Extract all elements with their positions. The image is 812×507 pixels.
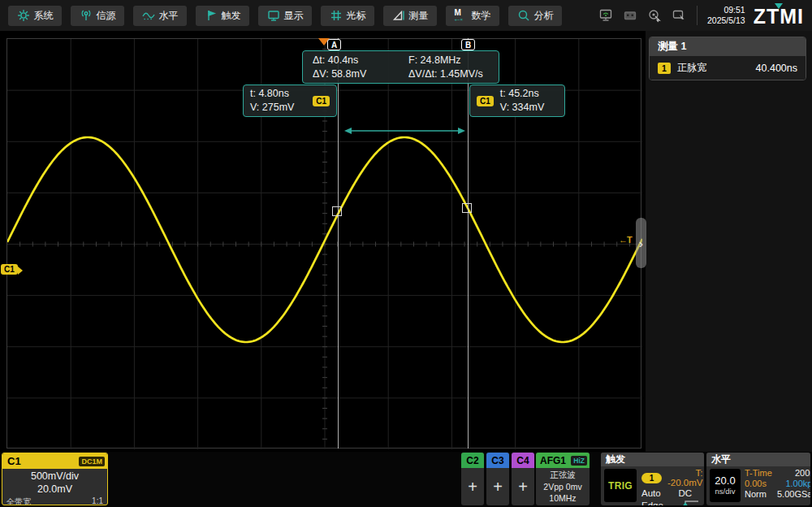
cursor-b-readout: C1 t: 45.2ns V: 334mV [469,84,565,117]
channel3-panel[interactable]: C3 + [486,453,509,505]
menu-button-horizontal[interactable]: 水平 [133,6,187,26]
menu-label: 信源 [97,9,116,23]
channel1-header: C1 DC1M [2,453,107,469]
flag-icon [205,9,218,22]
trigger-panel-title: 触发 [601,453,704,466]
cursor-b-line[interactable] [468,38,469,448]
logo-triangle-icon [775,3,783,9]
horizontal-settings: 20.0 ns/div T-Time 200ns 0.00s 1.00kpts … [706,466,810,505]
channel1-ground-marker[interactable]: C1 [1,264,18,275]
cursor-a-label[interactable]: A [327,39,341,50]
panel-expand-handle[interactable]: › [636,218,646,268]
math-icon: M+−× [455,9,468,22]
menu-button-trigger[interactable]: 触发 [196,6,249,26]
acquisition-mode: Norm [745,489,777,499]
usb-storage-icon[interactable] [622,8,638,23]
channel4-add-button[interactable]: + [512,468,534,505]
scope-display: A B Δt: 40.4ns F: 24.8MHz ΔV: 58.8mV ΔV/… [0,31,646,452]
measurement-value: 40.400ns [756,63,797,74]
measurement-row[interactable]: 1 正脉宽 40.400ns [650,56,806,80]
cursor-a-readout: t: 4.80ns V: 275mV C1 [243,84,337,117]
trigger-level-marker[interactable]: ←T [619,235,632,245]
brand-logo: ZTMI [754,4,804,27]
menu-label: 分析 [534,9,554,23]
channel1-name: C1 [7,455,21,467]
channel1-footer: 全带宽 1:1 [2,496,107,505]
delta-t-value: Δt: 40.4ns [313,54,408,66]
cursor-b-label[interactable]: B [461,39,475,50]
monitor-icon [267,9,280,22]
timebase-value: 20.0 [715,475,735,488]
timebase-button[interactable]: 20.0 ns/div [710,469,741,502]
afg-waveform: 正弦波 [536,469,590,481]
trigger-panel[interactable]: 触发 TRIG 1 T: -20.0mV Auto DC Edge [601,453,704,505]
measurement-sidebar: 测量 1 1 正脉宽 40.400ns [646,31,812,452]
sine-wave-icon [142,9,155,22]
channel3-add-button[interactable]: + [486,468,509,505]
menu-button-measure[interactable]: 测量 [383,6,437,26]
trig-button[interactable]: TRIG [604,469,637,502]
trigger-grid: 1 T: -20.0mV Auto DC Edge [641,468,702,505]
trigger-level-value: T: -20.0mV [667,468,702,488]
rising-edge-icon [667,499,702,505]
trigger-type: Edge [641,500,667,506]
status-icon-cluster: 09:51 2025/5/13 ZTMI [598,4,804,27]
menu-label: 数学 [472,9,491,23]
afg-settings: 正弦波 2Vpp 0mv 10MHz [536,468,590,505]
cursor-a-waveform-marker[interactable] [332,206,342,216]
channel1-panel[interactable]: C1 DC1M 500mV/div 20.0mV 全带宽 1:1 [2,453,108,505]
channel3-name: C3 [486,453,509,468]
menu-button-analyze[interactable]: 分析 [508,6,562,26]
delta-v-value: ΔV: 58.8mV [313,68,408,80]
afg-frequency: 10MHz [536,492,590,505]
topbar-divider [697,6,698,25]
channel4-panel[interactable]: C4 + [512,453,534,505]
menu-button-source[interactable]: 信源 [71,6,124,26]
channel2-name: C2 [461,453,484,468]
menu-label: 系统 [34,9,54,23]
cursor-a-time: t: 4.80ns [250,87,294,101]
afg-header: AFG1 HiZ [536,453,590,468]
horizontal-panel[interactable]: 水平 20.0 ns/div T-Time 200ns 0.00s 1.00kp… [706,453,810,505]
menu-button-math[interactable]: M+−× 数学 [446,6,499,26]
horizontal-position: 0.00s [745,479,777,488]
channel1-bandwidth: 全带宽 [6,496,31,505]
measurement-card[interactable]: 测量 1 1 正脉宽 40.400ns [649,37,806,80]
channel2-panel[interactable]: C2 + [461,453,484,505]
menu-label: 测量 [409,9,429,23]
channel1-scale: 500mV/div [2,470,107,483]
trigger-coupling: DC [667,488,702,498]
measurement-index-badge: 1 [658,63,671,74]
channel1-settings: 500mV/div 20.0mV [2,469,107,496]
menu-button-system[interactable]: 系统 [8,6,62,26]
cursor-a-line[interactable] [338,38,339,448]
menu-label: 光标 [347,9,366,23]
menu-button-cursor[interactable]: 光标 [321,6,374,26]
network-display-icon[interactable] [598,8,614,23]
cursor-span-arrow [344,126,465,136]
afg-impedance-badge: HiZ [571,456,587,466]
crosshair-grid-icon [330,9,343,22]
clock: 09:51 2025/5/13 [707,5,745,26]
horizontal-grid: T-Time 200ns 0.00s 1.00kpts Norm 5.00GSa… [745,468,808,499]
top-menu-bar: 系统 信源 水平 触发 显示 光标 测量 M+−× 数学 [0,0,812,31]
t-time-value: 200ns [777,468,810,478]
magnifier-icon [517,9,530,22]
channel2-add-button[interactable]: + [461,468,484,505]
menu-label: 水平 [159,9,179,23]
menu-label: 触发 [222,9,241,23]
cursor-b-time: t: 45.2ns [500,87,544,101]
channel-chip: C1 [313,96,330,106]
touch-gesture-icon[interactable] [646,8,663,23]
channel1-probe: 1:1 [92,496,103,505]
touch-screen-icon[interactable] [671,8,687,23]
bottom-status-bar: C1 DC1M 500mV/div 20.0mV 全带宽 1:1 C2 + C3… [0,452,812,507]
channel1-offset: 20.0mV [2,483,107,496]
cursor-b-waveform-marker[interactable] [462,203,472,213]
record-length: 1.00kpts [777,479,810,488]
afg-panel[interactable]: AFG1 HiZ 正弦波 2Vpp 0mv 10MHz [536,453,590,505]
measurement-name: 正脉宽 [677,61,706,75]
sample-rate: 5.00GSa/s [777,489,810,499]
menu-button-display[interactable]: 显示 [258,6,312,26]
cursor-delta-readout: Δt: 40.4ns F: 24.8MHz ΔV: 58.8mV ΔV/Δt: … [302,50,499,84]
